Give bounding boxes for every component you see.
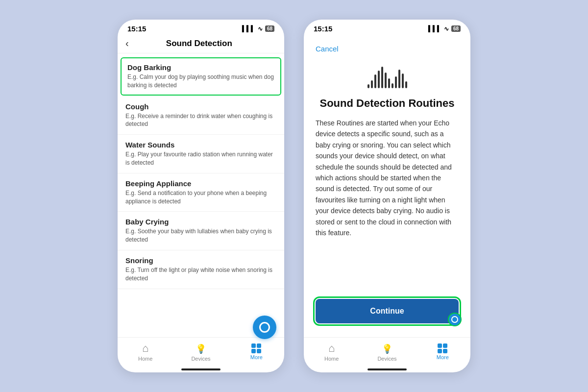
device-icon-right <box>382 342 392 355</box>
sound-item-baby-crying[interactable]: Baby Crying E.g. Soothe your baby with l… <box>118 212 284 250</box>
continue-button[interactable]: Continue <box>316 299 459 323</box>
nav-item-more-left[interactable]: More <box>229 343 284 360</box>
home-icon-left <box>142 342 148 355</box>
waveform-bar <box>381 67 383 88</box>
nav-bar-left: ‹ Sound Detection <box>118 35 284 53</box>
status-icons-right: ▍▍▍ ∿ 68 <box>428 25 461 32</box>
nav-label-home-right: Home <box>324 356 339 362</box>
sound-item-title-3: Beeping Appliance <box>125 179 276 188</box>
sound-item-cough[interactable]: Cough E.g. Receive a reminder to drink w… <box>118 97 284 135</box>
waveform-bar <box>405 81 407 88</box>
page-title-left: Sound Detection <box>134 39 265 49</box>
right-title: Sound Detection Routines <box>320 97 455 110</box>
battery-badge-right: 68 <box>451 25 461 32</box>
status-time-right: 15:15 <box>314 24 332 33</box>
sound-item-desc-4: E.g. Soothe your baby with lullabies whe… <box>125 227 276 244</box>
status-bar-left: 15:15 ▍▍▍ ∿ 68 <box>118 20 284 35</box>
sound-item-desc-3: E.g. Send a notification to your phone w… <box>125 189 276 206</box>
continue-button-wrap: Continue <box>316 299 459 323</box>
waveform-bar <box>368 84 369 88</box>
bottom-nav-left: Home Devices More <box>118 337 284 368</box>
status-bar-right: 15:15 ▍▍▍ ∿ 68 <box>304 20 470 35</box>
home-icon-right <box>328 342 335 355</box>
home-bar-right <box>368 368 407 370</box>
waveform-bar <box>398 70 400 88</box>
waveform-bar <box>392 83 393 88</box>
sound-item-title-2: Water Sounds <box>125 141 276 149</box>
right-description: These Routines are started when your Ech… <box>316 118 459 299</box>
sound-item-desc-1: E.g. Receive a reminder to drink water w… <box>125 112 276 129</box>
waveform-bar <box>395 76 397 88</box>
sound-item-snoring[interactable]: Snoring E.g. Turn off the light or play … <box>118 250 284 289</box>
more-icon-left <box>251 343 261 353</box>
nav-item-more-right[interactable]: More <box>415 343 470 360</box>
status-icons-left: ▍▍▍ ∿ 68 <box>242 25 274 32</box>
sound-item-title-4: Baby Crying <box>125 218 276 226</box>
continue-badge-inner <box>451 316 458 323</box>
right-main-content: Cancel Sound Detection Routines These Ro… <box>304 35 470 337</box>
waveform-bar <box>374 74 376 88</box>
right-phone: 15:15 ▍▍▍ ∿ 68 Cancel Sound Detection Ro… <box>304 20 470 372</box>
device-icon-left <box>196 342 206 355</box>
status-time-left: 15:15 <box>127 24 146 33</box>
sound-item-desc-0: E.g. Calm your dog by playing soothing m… <box>127 73 274 90</box>
sound-list: Dog Barking E.g. Calm your dog by playin… <box>118 53 284 337</box>
nav-label-devices-left: Devices <box>191 356 210 362</box>
nav-label-devices-right: Devices <box>377 356 396 362</box>
waveform-bar <box>385 73 387 88</box>
sound-item-dog-barking[interactable]: Dog Barking E.g. Calm your dog by playin… <box>121 57 281 96</box>
signal-icon-right: ▍▍▍ <box>428 25 441 32</box>
wifi-icon: ∿ <box>258 25 263 32</box>
waveform-bar <box>402 74 404 88</box>
back-button[interactable]: ‹ <box>125 38 129 49</box>
nav-item-home-left[interactable]: Home <box>118 342 173 362</box>
battery-badge-left: 68 <box>265 25 274 32</box>
waveform-bar <box>371 80 373 88</box>
sound-item-desc-5: E.g. Turn off the light or play white no… <box>125 266 276 283</box>
more-icon-right <box>438 343 447 353</box>
nav-item-devices-left[interactable]: Devices <box>173 342 228 362</box>
sound-item-title-0: Dog Barking <box>127 63 274 72</box>
nav-label-more-left: More <box>250 354 263 360</box>
nav-item-home-right[interactable]: Home <box>304 342 359 362</box>
continue-badge <box>448 313 462 326</box>
sound-item-desc-2: E.g. Play your favourite radio station w… <box>125 150 276 167</box>
wifi-icon-right: ∿ <box>444 25 449 32</box>
nav-label-home-left: Home <box>138 356 152 362</box>
sound-item-title-1: Cough <box>125 102 276 111</box>
bottom-nav-right: Home Devices More <box>304 337 470 368</box>
signal-icon: ▍▍▍ <box>242 25 255 32</box>
fab-icon <box>259 322 270 333</box>
fab-button[interactable] <box>253 316 276 339</box>
sound-item-title-5: Snoring <box>125 256 276 265</box>
sound-item-water-sounds[interactable]: Water Sounds E.g. Play your favourite ra… <box>118 135 284 173</box>
cancel-button[interactable]: Cancel <box>316 45 339 53</box>
nav-label-more-right: More <box>437 354 449 360</box>
sound-wave-icon <box>368 67 407 88</box>
home-bar-left <box>181 368 220 370</box>
waveform-bar <box>388 78 390 88</box>
waveform-bar <box>378 71 380 88</box>
left-phone: 15:15 ▍▍▍ ∿ 68 ‹ Sound Detection Dog Bar… <box>118 20 284 372</box>
sound-item-beeping-appliance[interactable]: Beeping Appliance E.g. Send a notificati… <box>118 173 284 212</box>
nav-item-devices-right[interactable]: Devices <box>359 342 415 362</box>
